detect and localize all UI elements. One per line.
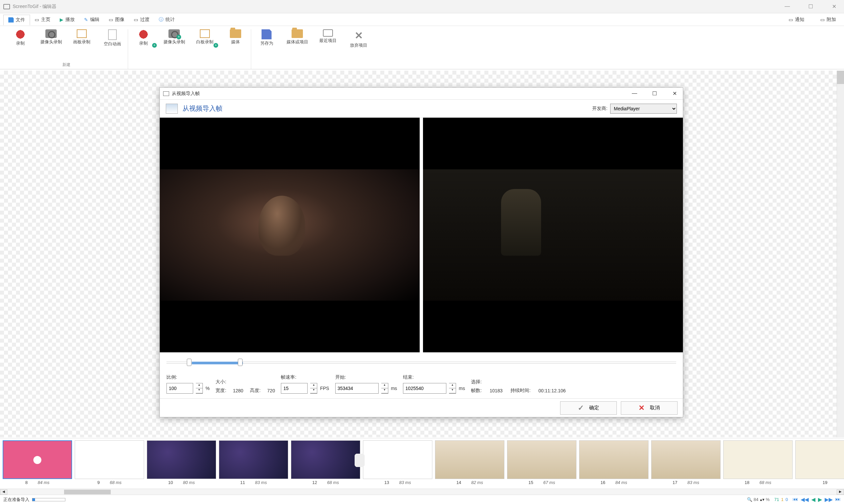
scroll-thumb[interactable]: [64, 490, 111, 494]
ribbon-insert-camera[interactable]: +摄像头录制: [162, 29, 186, 46]
frame-number: 10: [168, 480, 173, 485]
ribbon-camera-record[interactable]: 摄像头录制: [39, 29, 63, 47]
ribbon-body: 录制 摄像头录制 画板录制 空白动画 新建 +录制 +摄像头录制 +白板录制 媒…: [0, 26, 844, 69]
ribbon-save-as[interactable]: 另存为: [255, 29, 278, 48]
zoom-spinner-icon[interactable]: ▴▾: [760, 497, 764, 502]
tab-play[interactable]: ▶播放: [55, 15, 80, 25]
frame-item[interactable]: 1268 ms: [291, 440, 360, 485]
frame-thumb: [435, 440, 504, 479]
folder-icon: [230, 29, 241, 38]
camera-icon: +: [169, 29, 180, 38]
frame-item[interactable]: 1567 ms: [507, 440, 576, 485]
tab-notify[interactable]: ▭通知: [784, 15, 809, 25]
selection-count: 71 1 0: [774, 497, 788, 502]
tab-stats[interactable]: ⓘ统计: [154, 15, 179, 25]
dialog-close-button[interactable]: ✕: [670, 90, 679, 97]
range-start-handle[interactable]: [187, 359, 191, 366]
frame-item[interactable]: 1783 ms: [651, 440, 721, 485]
ribbon-group-insert: +录制 +摄像头录制 +白板录制 媒体: [128, 29, 251, 69]
frame-item[interactable]: 1482 ms: [435, 440, 504, 485]
tab-attach[interactable]: ▭附加: [816, 15, 841, 25]
scale-input[interactable]: [167, 383, 193, 394]
tab-file[interactable]: 文件: [3, 15, 30, 25]
developer-select[interactable]: MediaPlayer: [610, 104, 677, 114]
range-slider[interactable]: [160, 352, 683, 372]
prev-frame-button[interactable]: ◀◀: [800, 496, 809, 503]
scale-spinner[interactable]: ▲▼: [196, 383, 203, 394]
range-end-handle[interactable]: [238, 359, 242, 366]
frame-item[interactable]: 1868 ms: [723, 440, 793, 485]
ok-button[interactable]: ✓确定: [560, 401, 617, 415]
dialog-minimize-button[interactable]: —: [630, 90, 639, 97]
cancel-button[interactable]: ✕取消: [621, 401, 677, 415]
frame-item[interactable]: 884 ms: [3, 440, 72, 485]
frame-item[interactable]: 1080 ms: [147, 440, 216, 485]
cross-icon: ✕: [638, 404, 644, 412]
width-value: 1280: [233, 388, 243, 393]
ribbon-record[interactable]: 录制: [8, 29, 32, 47]
transition-icon: ▭: [134, 17, 138, 22]
frame-item[interactable]: 19: [795, 440, 844, 485]
first-frame-button[interactable]: ⏮: [793, 496, 798, 503]
frame-strip: 884 ms 968 ms 1080 ms 1183 ms 1268 ms 13…: [0, 438, 844, 489]
window-controls: — ☐ ✕: [781, 3, 841, 10]
fps-spinner[interactable]: ▲▼: [310, 383, 317, 394]
play-button[interactable]: ▶: [818, 496, 822, 503]
preview-start[interactable]: [160, 118, 420, 352]
tab-image[interactable]: ▭图像: [104, 15, 129, 25]
minimize-button[interactable]: —: [781, 3, 794, 10]
close-button[interactable]: ✕: [827, 3, 841, 10]
ribbon-insert-media[interactable]: 媒体: [224, 29, 247, 46]
folder-icon: [292, 29, 303, 38]
fps-input[interactable]: [281, 383, 308, 394]
tab-edit[interactable]: ✎编辑: [80, 15, 104, 25]
frames-value: 10183: [490, 388, 503, 393]
frame-hscrollbar[interactable]: ◀ ▶: [0, 489, 844, 495]
info-icon: ⓘ: [159, 17, 163, 23]
scroll-right-button[interactable]: ▶: [837, 489, 844, 495]
start-input[interactable]: [335, 383, 379, 394]
start-spinner[interactable]: ▲▼: [381, 383, 388, 394]
tab-transition[interactable]: ▭过渡: [129, 15, 154, 25]
play-back-button[interactable]: ◀: [811, 496, 815, 503]
video-import-icon: [166, 104, 178, 114]
frame-duration: 83 ms: [399, 480, 411, 485]
ribbon-board-record[interactable]: 画板录制: [70, 29, 94, 47]
next-frame-button[interactable]: ▶▶: [825, 496, 833, 503]
board-icon: +: [200, 29, 210, 38]
preview-divider[interactable]: [420, 118, 423, 352]
dialog-title: 从视频导入帧: [172, 91, 200, 97]
frame-number: 12: [312, 480, 317, 485]
frame-item[interactable]: 1684 ms: [579, 440, 649, 485]
frame-number: 14: [457, 480, 461, 485]
import-video-dialog: 从视频导入帧 — ☐ ✕ 从视频导入帧 开发商: MediaPlayer 比例:: [159, 87, 683, 417]
last-frame-button[interactable]: ⏭: [835, 496, 841, 503]
frame-number: 11: [240, 480, 245, 485]
end-spinner[interactable]: ▲▼: [449, 383, 456, 394]
tab-home[interactable]: ▭主页: [30, 15, 55, 25]
end-input[interactable]: [403, 383, 446, 394]
record-icon: [15, 29, 25, 39]
ribbon-blank-anim[interactable]: 空白动画: [100, 29, 124, 47]
ribbon-insert-whiteboard[interactable]: +白板录制: [193, 29, 217, 46]
ribbon-discard[interactable]: ✕放弃项目: [347, 29, 371, 48]
preview-end[interactable]: [423, 118, 683, 352]
dialog-maximize-button[interactable]: ☐: [650, 90, 659, 97]
end-label: 结束:: [403, 374, 465, 380]
zoom-display[interactable]: 🔍 84 ▴▾ %: [747, 497, 770, 502]
record-icon: +: [138, 29, 149, 39]
frame-item[interactable]: 968 ms: [75, 440, 144, 485]
frame-number: 13: [384, 480, 389, 485]
maximize-button[interactable]: ☐: [804, 3, 817, 10]
dialog-titlebar: 从视频导入帧 — ☐ ✕: [160, 88, 683, 100]
canvas-scrollbar[interactable]: [837, 71, 844, 437]
dialog-buttons: ✓确定 ✕取消: [160, 398, 683, 417]
frame-item[interactable]: 1383 ms: [363, 440, 432, 485]
scroll-left-button[interactable]: ◀: [0, 489, 7, 495]
ribbon-recent[interactable]: 最近项目: [316, 29, 340, 48]
dialog-header-title: 从视频导入帧: [183, 104, 223, 113]
play-icon: ▶: [60, 17, 63, 22]
frame-item[interactable]: 1183 ms: [219, 440, 288, 485]
ribbon-insert-record[interactable]: +录制: [132, 29, 155, 46]
ribbon-media-project[interactable]: 媒体或项目: [285, 29, 309, 48]
